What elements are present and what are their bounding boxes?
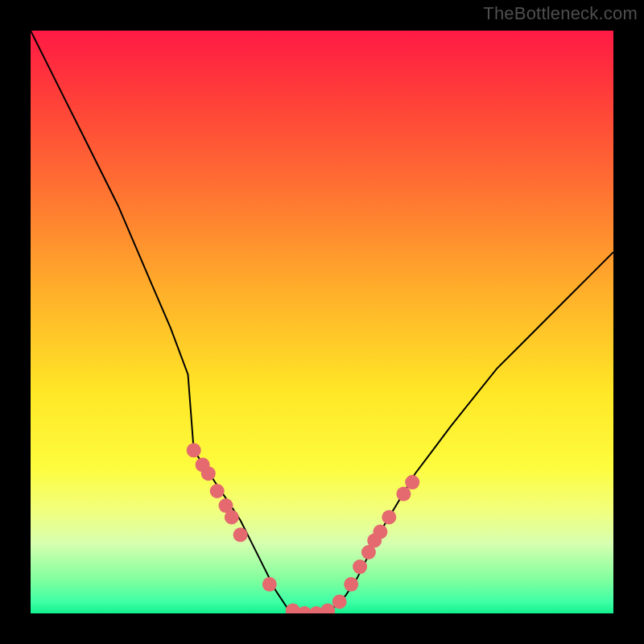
bottleneck-curve <box>31 31 613 613</box>
data-marker <box>344 577 358 592</box>
chart-frame: TheBottleneck.com <box>0 0 644 644</box>
data-marker <box>225 510 239 525</box>
data-marker <box>382 510 396 525</box>
data-marker <box>210 484 225 498</box>
data-marker <box>373 525 387 539</box>
data-marker <box>332 595 347 609</box>
plot-area <box>31 31 613 613</box>
data-marker <box>233 527 248 542</box>
data-markers <box>187 443 420 613</box>
data-marker <box>187 443 201 457</box>
data-marker <box>353 559 367 574</box>
data-marker <box>320 603 335 613</box>
data-marker <box>405 475 419 489</box>
chart-overlay <box>31 31 613 613</box>
watermark-text: TheBottleneck.com <box>483 3 638 24</box>
data-marker <box>262 577 277 592</box>
data-marker <box>201 466 216 481</box>
data-marker <box>396 487 411 502</box>
